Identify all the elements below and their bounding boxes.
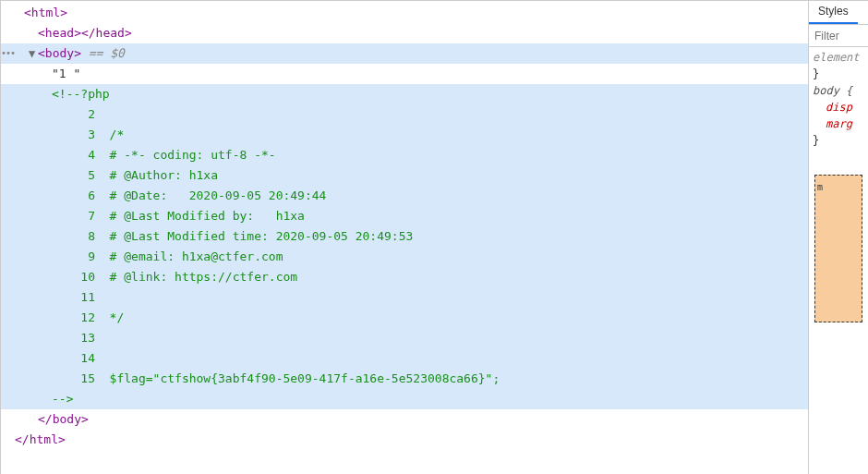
dom-node-body-close[interactable]: </body> bbox=[1, 409, 808, 430]
comment-line[interactable]: 10 # @link: https://ctfer.com bbox=[1, 267, 808, 287]
comment-line[interactable]: 15 $flag="ctfshow{3abf4f90-5e09-417f-a16… bbox=[1, 369, 808, 389]
comment-line[interactable]: 4 # -*- coding: utf-8 -*- bbox=[1, 145, 808, 165]
comment-open[interactable]: <!--?php bbox=[1, 84, 808, 104]
css-rules: element } body { disp marg } m bbox=[809, 47, 868, 332]
dom-text-node[interactable]: "1 " bbox=[1, 64, 808, 84]
comment-line[interactable]: 6 # @Date: 2020-09-05 20:49:44 bbox=[1, 186, 808, 206]
comment-line[interactable]: 12 */ bbox=[1, 308, 808, 328]
css-property-margin[interactable]: marg bbox=[826, 115, 864, 132]
comment-close[interactable]: --> bbox=[1, 389, 808, 409]
dom-node-head[interactable]: <head></head> bbox=[1, 23, 808, 43]
styles-panel: Styles element } body { disp marg } m bbox=[808, 1, 868, 474]
expand-arrow-icon[interactable]: ▼ bbox=[29, 43, 38, 64]
styles-filter-input[interactable] bbox=[814, 30, 862, 43]
css-selector-body[interactable]: body { bbox=[813, 84, 852, 97]
comment-line[interactable]: 14 bbox=[1, 348, 808, 369]
comment-line[interactable]: 9 # @email: h1xa@ctfer.com bbox=[1, 247, 808, 267]
comment-line[interactable]: 5 # @Author: h1xa bbox=[1, 165, 808, 186]
box-model-margin[interactable]: m bbox=[814, 175, 862, 322]
comment-line[interactable]: 11 bbox=[1, 287, 808, 308]
styles-tabs: Styles bbox=[809, 1, 868, 25]
tab-styles[interactable]: Styles bbox=[809, 1, 858, 24]
ellipsis-icon: ••• bbox=[1, 43, 15, 64]
css-property-display[interactable]: disp bbox=[826, 99, 864, 115]
comment-line[interactable]: 8 # @Last Modified time: 2020-09-05 20:4… bbox=[1, 226, 808, 247]
comment-line[interactable]: 3 /* bbox=[1, 125, 808, 145]
comment-line[interactable]: 7 # @Last Modified by: h1xa bbox=[1, 206, 808, 226]
comment-line[interactable]: 2 bbox=[1, 104, 808, 125]
comment-line[interactable]: 13 bbox=[1, 328, 808, 348]
dom-tree-panel[interactable]: <html> <head></head> •••▼<body> == $0 "1… bbox=[1, 1, 808, 474]
dom-node-body-open[interactable]: •••▼<body> == $0 bbox=[1, 43, 808, 64]
dom-node-html-open[interactable]: <html> bbox=[1, 3, 808, 23]
css-selector-element[interactable]: element bbox=[813, 51, 860, 64]
filter-row bbox=[809, 25, 868, 47]
dom-node-html-close[interactable]: </html> bbox=[1, 430, 808, 450]
